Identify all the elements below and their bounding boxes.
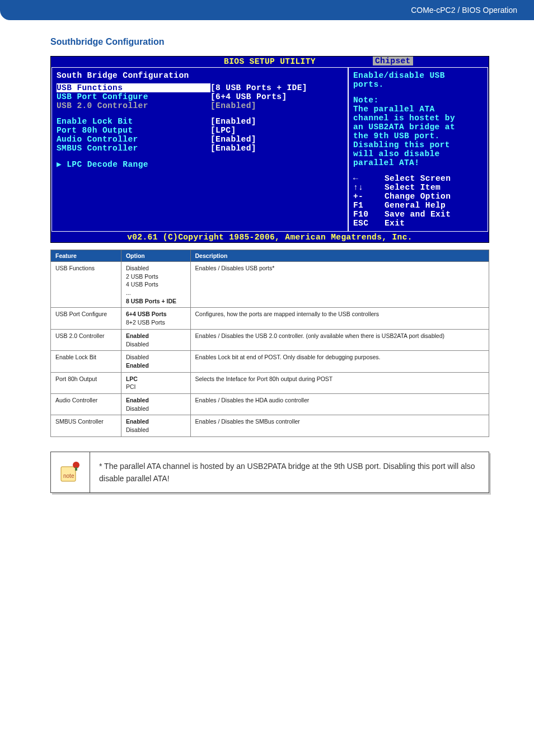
feature-cell: SMBUS Controller	[51, 415, 121, 436]
table-row: USB FunctionsDisabled2 USB Ports4 USB Po…	[51, 262, 489, 308]
description-cell: Configures, how the ports are mapped int…	[190, 308, 489, 329]
option-value: 6+4 USB Ports	[126, 310, 186, 318]
nav-line: +-Change Option	[353, 192, 483, 201]
table-row: USB 2.0 ControllerEnabledDisabledEnables…	[51, 329, 489, 350]
option-value: Disabled	[126, 353, 186, 361]
nav-key-symbol: F10	[353, 210, 385, 219]
bios-setting-label: Audio Controller	[57, 135, 210, 144]
description-cell: Enables / Disables the USB 2.0 controlle…	[190, 329, 489, 350]
option-cell: Disabled2 USB Ports4 USB Ports...8 USB P…	[121, 262, 190, 308]
table-row: USB Port Configure6+4 USB Ports8+2 USB P…	[51, 308, 489, 329]
bios-nav-keys: ←Select Screen↑↓Select Item+-Change Opti…	[353, 174, 483, 228]
nav-line: ←Select Screen	[353, 174, 483, 183]
nav-line: ESCExit	[353, 219, 483, 228]
bios-setting-row: USB Port Configure[6+4 USB Ports]	[57, 92, 343, 101]
table-row: Port 80h OutputLPCPCISelects the Intefac…	[51, 372, 489, 393]
option-value: 4 USB Ports	[126, 280, 186, 289]
bios-setting-label: Enable Lock Bit	[57, 117, 210, 126]
nav-key-symbol: ↑↓	[353, 183, 385, 192]
option-cell: LPCPCI	[121, 372, 190, 393]
feature-cell: Enable Lock Bit	[51, 351, 121, 372]
nav-key-symbol: F1	[353, 201, 385, 210]
bios-setting-label: USB 2.0 Controller	[57, 101, 210, 110]
option-cell: 6+4 USB Ports8+2 USB Ports	[121, 308, 190, 329]
bios-setting-row: Enable Lock Bit[Enabled]	[57, 117, 343, 126]
option-value: Disabled	[126, 340, 186, 349]
bios-title-bar: BIOS SETUP UTILITY Chipset	[51, 57, 489, 67]
option-value: 2 USB Ports	[126, 273, 186, 281]
option-value: Enabled	[126, 417, 186, 426]
nav-key-text: Select Screen	[385, 174, 451, 183]
section-title: Southbridge Configuration	[50, 37, 489, 47]
bios-screenshot: BIOS SETUP UTILITY Chipset South Bridge …	[50, 56, 489, 243]
bios-main-panel: South Bridge Configuration USB Functions…	[51, 67, 348, 232]
bios-setting-label: Port 80h Output	[57, 126, 210, 135]
option-value: Disabled	[126, 405, 186, 413]
option-value: ...	[126, 289, 186, 297]
note-text: * The parallel ATA channel is hosted by …	[90, 452, 489, 493]
bios-setting-value: [Enabled]	[210, 135, 256, 144]
option-cell: EnabledDisabled	[121, 329, 190, 350]
description-cell: Selects the Inteface for Port 80h output…	[190, 372, 489, 393]
nav-line: F10Save and Exit	[353, 210, 483, 219]
nav-key-symbol: ←	[353, 174, 385, 183]
header-title: COMe-cPC2 / BIOS Operation	[411, 6, 517, 15]
description-cell: Enables / Disables the HDA audio control…	[190, 393, 489, 415]
bios-panel-title: South Bridge Configuration	[57, 71, 343, 80]
bios-setting-value: [Enabled]	[210, 117, 256, 126]
bios-setting-row: Audio Controller[Enabled]	[57, 135, 343, 144]
feature-cell: USB Functions	[51, 262, 121, 308]
feature-cell: Port 80h Output	[51, 372, 121, 393]
feature-table: FeatureOptionDescription USB FunctionsDi…	[50, 250, 489, 437]
table-header: Description	[190, 250, 489, 262]
option-value: Enabled	[126, 396, 186, 405]
bios-setting-value: [6+4 USB Ports]	[210, 92, 287, 101]
bios-setting-value: [Enabled]	[210, 101, 256, 110]
option-value: Enabled	[126, 332, 186, 340]
table-header: Feature	[51, 250, 121, 262]
bios-footer: v02.61 (C)Copyright 1985-2006, American …	[51, 232, 489, 242]
bios-setting-row: USB Functions[8 USB Ports + IDE]	[57, 83, 343, 92]
note-icon: note	[59, 461, 82, 483]
option-cell: DisabledEnabled	[121, 351, 190, 372]
feature-cell: USB Port Configure	[51, 308, 121, 329]
option-value: Enabled	[126, 361, 186, 370]
nav-line: F1General Help	[353, 201, 483, 210]
note-callout: note * The parallel ATA channel is hoste…	[50, 452, 489, 494]
bios-setting-row: USB 2.0 Controller[Enabled]	[57, 101, 343, 110]
help-note-line: will also disable	[353, 149, 483, 158]
help-note-line: Disabling this port	[353, 140, 483, 149]
bios-setting-row: SMBUS Controller[Enabled]	[57, 144, 343, 153]
nav-key-text: Change Option	[385, 192, 451, 201]
bios-setting-label: SMBUS Controller	[57, 144, 210, 153]
table-row: Audio ControllerEnabledDisabledEnables /…	[51, 393, 489, 415]
bios-setting-value: [LPC]	[210, 126, 236, 135]
note-icon-cell: note	[51, 452, 90, 493]
table-row: SMBUS ControllerEnabledDisabledEnables /…	[51, 415, 489, 436]
nav-line: ↑↓Select Item	[353, 183, 483, 192]
bios-title-text: BIOS SETUP UTILITY	[224, 57, 316, 66]
option-value: PCI	[126, 383, 186, 391]
nav-key-text: General Help	[385, 201, 446, 210]
svg-rect-3	[75, 467, 77, 471]
option-value: Disabled	[126, 426, 186, 434]
svg-text:note: note	[63, 473, 74, 479]
table-header: Option	[121, 250, 190, 262]
option-value: 8 USB Ports + IDE	[126, 297, 186, 306]
bios-help-panel: Enable/disable USB ports. Note: The para…	[348, 67, 488, 232]
help-note-line: an USB2ATA bridge at	[353, 123, 483, 132]
feature-cell: Audio Controller	[51, 393, 121, 415]
option-value: LPC	[126, 375, 186, 383]
bios-setting-row: Port 80h Output[LPC]	[57, 126, 343, 135]
help-note-line: the 9th USB port.	[353, 132, 483, 140]
nav-key-text: Save and Exit	[385, 210, 451, 219]
nav-key-symbol: +-	[353, 192, 385, 201]
document-header: COMe-cPC2 / BIOS Operation	[0, 0, 534, 20]
nav-key-symbol: ESC	[353, 219, 385, 228]
help-note-line: channel is hostet by	[353, 114, 483, 123]
bios-setting-label: USB Functions	[57, 83, 210, 92]
option-value: Disabled	[126, 264, 186, 273]
description-cell: Enables / Disables the SMBus controller	[190, 415, 489, 436]
help-title-1: Enable/disable USB	[353, 71, 483, 80]
description-cell: Enables / Disables USB ports*	[190, 262, 489, 308]
